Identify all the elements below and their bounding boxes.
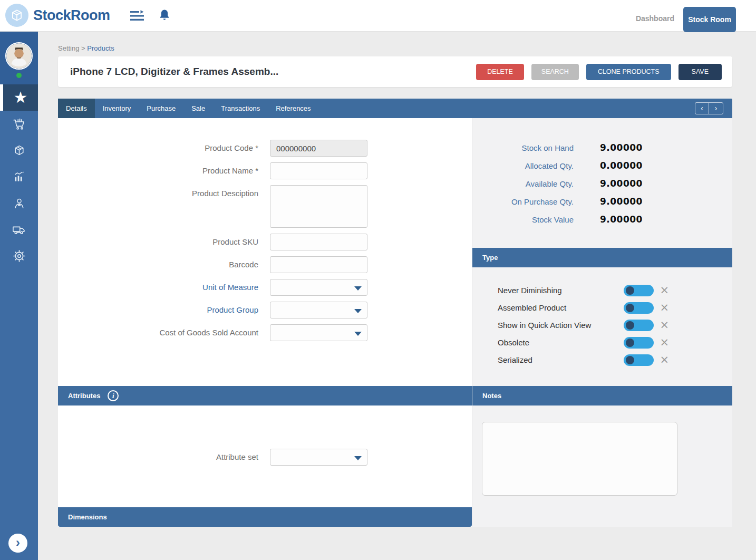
nav-dashboard[interactable]: Dashboard [636,14,674,23]
gear-icon [12,249,26,263]
barcode-input[interactable] [270,256,367,273]
attribute-set-label: Attribute set [58,449,270,466]
star-icon: ★ [14,90,28,105]
stock-value-label: Stock Value [472,215,574,224]
product-sku-input[interactable] [270,234,367,250]
breadcrumb-section[interactable]: Setting [58,44,79,52]
toggle-knob [626,339,634,347]
stat-row-stock-value: Stock Value 9.00000 [472,214,732,225]
stock-on-hand-label: Stock on Hand [472,143,574,152]
sidebar-item-favorites[interactable]: ★ [0,84,38,111]
form-row-product-description: Product Desciption [58,185,472,228]
delete-button[interactable]: DELETE [476,64,524,80]
tab-scroll-right-button[interactable]: › [709,103,723,114]
brand-logo: StockRoom [5,4,110,27]
attributes-section-header: Attributes i [58,386,472,405]
product-description-input[interactable] [270,185,367,228]
allocated-qty-label: Allocated Qty. [472,161,574,170]
sidebar-profile-block [0,32,38,84]
save-button[interactable]: SAVE [679,64,722,80]
assembled-product-toggle[interactable] [624,302,654,314]
available-qty-label: Available Qty. [472,179,574,188]
form-row-cogs-account: Cost of Goods Sold Account [58,324,472,341]
clone-products-button[interactable]: CLONE PRODUCTS [586,64,671,80]
clear-icon[interactable]: × [660,285,669,296]
type-toggle-list: Never Diminishing × Assembled Product × … [472,267,732,369]
notes-section-header: Notes [472,386,732,405]
cogs-account-select[interactable] [270,324,367,341]
clear-icon[interactable]: × [660,302,669,313]
info-icon[interactable]: i [108,390,119,401]
stat-row-available-qty: Available Qty. 9.00000 [472,178,732,189]
search-button[interactable]: SEARCH [531,64,579,80]
quick-action-view-toggle[interactable] [624,320,654,331]
tab-references[interactable]: References [268,99,318,118]
allocated-qty-value: 0.00000 [600,160,643,171]
caret-down-icon [354,309,362,313]
never-diminishing-toggle[interactable] [624,285,654,296]
notes-input[interactable] [482,422,677,496]
clear-icon[interactable]: × [660,354,669,365]
form-row-unit-of-measure: Unit of Measure [58,279,472,296]
avatar[interactable] [5,42,33,70]
dimensions-section-header: Dimensions [58,507,472,527]
form-row-barcode: Barcode [58,256,472,273]
sidebar-item-sales[interactable] [0,111,38,137]
toggle-row-quick-action-view: Show in Quick Action View × [472,316,732,334]
caret-down-icon [354,332,362,336]
cogs-account-label: Cost of Goods Sold Account [58,324,270,341]
top-header: StockRoom Dashboard Stock Room [0,0,756,32]
details-content: Product Code * Product Name * Product De… [58,118,732,527]
breadcrumb-page[interactable]: Products [87,44,114,52]
form-row-attribute-set: Attribute set [58,449,472,466]
obsolete-toggle[interactable] [624,337,654,349]
product-code-label: Product Code * [58,140,270,157]
product-group-select[interactable] [270,302,367,318]
clear-icon[interactable]: × [660,337,669,348]
page-title: iPhone 7 LCD, Digitizer & Frames Assemb.… [70,66,278,78]
summary-pane: Stock on Hand 9.00000 Allocated Qty. 0.0… [472,118,732,527]
stock-value-value: 9.00000 [600,214,643,225]
tab-transactions[interactable]: Transactions [213,99,268,118]
nav-stock-room[interactable]: Stock Room [683,7,736,32]
brand-name: StockRoom [33,7,110,24]
serialized-toggle[interactable] [624,354,654,366]
form-row-product-sku: Product SKU [58,234,472,250]
product-code-input[interactable] [270,140,367,157]
sidebar-item-settings[interactable] [0,243,38,269]
unit-of-measure-label[interactable]: Unit of Measure [58,279,270,296]
on-purchase-qty-value: 9.00000 [600,196,643,207]
product-group-label[interactable]: Product Group [58,302,270,318]
tab-scroll-left-button[interactable]: ‹ [695,103,709,114]
toggle-row-serialized: Serialized × [472,351,732,369]
tab-purchase[interactable]: Purchase [139,99,183,118]
notifications-bell-icon[interactable] [158,8,171,22]
breadcrumb-separator: > [81,44,85,52]
clear-icon[interactable]: × [660,320,669,331]
product-description-label: Product Desciption [58,185,270,228]
product-name-input[interactable] [270,162,367,179]
sidebar-item-reports[interactable] [0,163,38,190]
barcode-label: Barcode [58,256,270,273]
on-purchase-qty-label: On Purchase Qty. [472,197,574,206]
sidebar-item-customers[interactable] [0,190,38,216]
attribute-set-select[interactable] [270,449,367,466]
tab-details[interactable]: Details [58,99,95,118]
tab-sale[interactable]: Sale [183,99,213,118]
sidebar-expand-button[interactable]: › [8,534,27,553]
obsolete-label: Obsolete [498,338,624,347]
assembled-product-label: Assembled Product [498,303,624,312]
toggle-knob [626,304,634,312]
person-icon [13,197,26,210]
menu-toggle-icon[interactable] [129,9,146,22]
stat-row-on-purchase-qty: On Purchase Qty. 9.00000 [472,196,732,207]
tab-scroll-controls: ‹ › [695,102,723,114]
sidebar-item-products[interactable] [0,137,38,163]
sidebar: ★ [0,32,38,560]
breadcrumb: Setting > Products [58,44,114,52]
toggle-row-assembled-product: Assembled Product × [472,299,732,316]
sidebar-item-shipping[interactable] [0,216,38,243]
tab-inventory[interactable]: Inventory [95,99,139,118]
unit-of-measure-select[interactable] [270,279,367,296]
caret-down-icon [354,456,362,460]
